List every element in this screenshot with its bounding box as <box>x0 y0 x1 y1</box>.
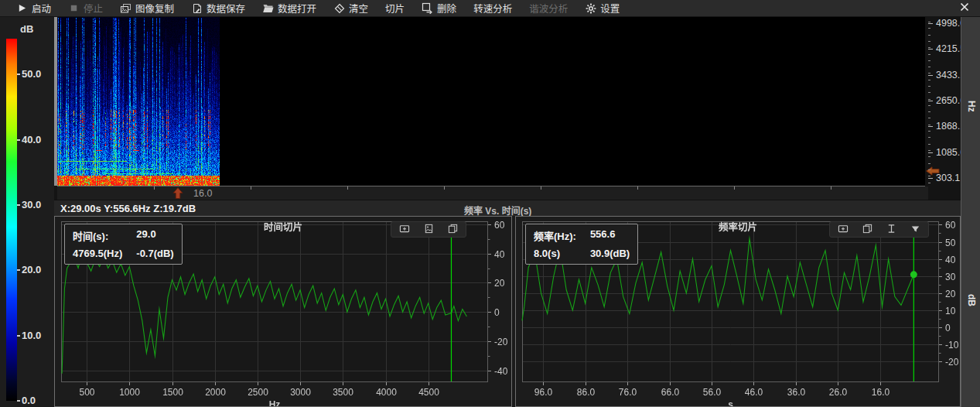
colorbar-title: dB <box>20 23 33 35</box>
spectrogram-major-tick <box>928 75 933 76</box>
spectrogram-minor-tick <box>928 183 930 183</box>
spectrogram-minor-tick <box>928 86 930 87</box>
spectrogram-minor-tick <box>928 67 930 67</box>
colorbar-tick <box>17 204 20 206</box>
spectrogram-plot[interactable] <box>57 17 925 186</box>
time-slice-panel: 时间切片 时间(s): 29.0 4769.5(Hz) -0.7(dB) <box>54 216 512 407</box>
toolbar-button-text-8[interactable]: 转速分析 <box>465 0 521 17</box>
toolbar-button-delete-box[interactable]: 删除 <box>413 0 465 17</box>
copy-page-icon <box>862 223 872 237</box>
spectrogram-major-tick <box>928 101 933 101</box>
spectrogram-x-tick <box>154 186 155 190</box>
spectrogram-minor-tick <box>928 118 930 118</box>
freq-slice-copy-page-button[interactable] <box>861 224 873 235</box>
zoom-box-icon <box>838 223 849 237</box>
spectrogram-y-tick-label: 303.1 <box>936 173 960 183</box>
spectrogram-major-tick <box>928 126 933 127</box>
delete-box-icon <box>422 2 433 14</box>
colorbar-tick <box>17 400 20 402</box>
spectrogram-left-edge <box>54 17 57 186</box>
folder-open-icon <box>262 2 274 14</box>
toolbar-button-stop: 停止 <box>60 0 111 17</box>
toolbar-button-text-9: 谐波分析 <box>521 0 576 17</box>
spectrogram-minor-tick <box>928 35 930 36</box>
toolbar-button-label: 设置 <box>600 1 620 15</box>
toolbar-button-eraser[interactable]: 清空 <box>325 0 377 17</box>
freq-slice-zoom-box-button[interactable] <box>837 224 849 235</box>
tooltip-label: 4769.5(Hz) <box>73 248 122 259</box>
colorbar-tick <box>17 139 20 141</box>
toolbar-button-label: 清空 <box>349 1 368 15</box>
spectrogram-marker-strip: 16.0 <box>57 186 928 200</box>
toolbar-button-label: 切片 <box>385 1 405 15</box>
spectrogram-minor-tick <box>928 80 930 80</box>
spectrogram-minor-tick <box>928 41 930 42</box>
toolbar-button-data-save[interactable]: 数据保存 <box>183 0 254 17</box>
spectrogram-minor-tick <box>928 137 930 138</box>
tooltip-value: 29.0 <box>136 228 173 243</box>
copy-image-icon <box>424 223 434 237</box>
toolbar-button-text-6[interactable]: 切片 <box>377 0 413 17</box>
colorbar-tick-label: 10.0 <box>22 330 41 341</box>
spectrogram-x-tick <box>251 186 251 190</box>
right-rail: Hz dB <box>961 17 980 407</box>
stop-icon <box>68 2 80 14</box>
spectrogram-minor-tick <box>928 111 930 112</box>
tooltip-value: 556.6 <box>590 228 630 243</box>
spectrogram-panel: 16.0 4998.04215.53433.12650.61868.11085.… <box>54 17 961 200</box>
toolbar-button-folder-open[interactable]: 数据打开 <box>254 0 325 17</box>
colorbar-tick <box>17 335 20 337</box>
spectrogram-status-bar: X:29.00s Y:556.6Hz Z:19.7dB 频率 Vs. 时间(s) <box>54 200 961 216</box>
filter-icon <box>910 223 920 237</box>
colorbar-tick-label: 50.0 <box>22 68 41 80</box>
spectrogram-minor-tick <box>928 105 930 106</box>
spectrogram-x-tick <box>444 186 445 190</box>
spectrogram-axis-title: 频率 Vs. 时间(s) <box>464 204 531 217</box>
tooltip-value: 30.9(dB) <box>590 248 630 259</box>
spectrogram-minor-tick <box>928 163 930 164</box>
toolbar-button-label: 数据打开 <box>278 1 316 15</box>
spectrogram-major-tick <box>928 152 933 153</box>
tooltip-label: 频率(Hz): <box>534 228 576 243</box>
colorbar-tick <box>17 74 20 75</box>
toolbar-button-label: 谐波分析 <box>529 1 568 15</box>
spectrogram-minor-tick <box>928 156 930 157</box>
spectrogram-major-tick <box>928 23 933 24</box>
freq-slice-slice-cursor-button[interactable] <box>885 224 897 235</box>
spectrogram-major-tick <box>928 178 933 179</box>
freq-slice-panel: 频率切片 频率(Hz): 556.6 8.0(s) 30.9(dB) <box>515 216 961 407</box>
toolbar-button-gear[interactable]: 设置 <box>576 0 628 17</box>
spectrogram-minor-tick <box>928 131 930 132</box>
toolbar-button-label: 删除 <box>437 1 456 15</box>
spectrogram-minor-tick <box>928 92 930 93</box>
spectrogram-minor-tick <box>928 169 930 170</box>
time-slice-copy-image-button[interactable] <box>422 224 435 235</box>
zoom-box-icon <box>399 223 410 237</box>
toolbar-button-label: 图像复制 <box>135 1 174 15</box>
colorbar-gradient <box>6 39 17 401</box>
time-marker-label: 16.0 <box>193 188 212 199</box>
close-icon <box>959 2 970 15</box>
toolbar-button-label: 数据保存 <box>207 1 245 15</box>
cursor-readout: X:29.00s Y:556.6Hz Z:19.7dB <box>60 203 196 214</box>
image-copy-icon <box>120 2 131 14</box>
colorbar-tick-label: 0.0 <box>22 395 36 406</box>
time-slice-copy-page-button[interactable] <box>446 224 459 235</box>
spectrogram-minor-tick <box>928 73 930 74</box>
freq-slice-filter-button[interactable] <box>909 224 921 235</box>
spectrogram-minor-tick <box>928 28 930 29</box>
tooltip-label: 8.0(s) <box>534 248 576 259</box>
freq-slice-toolbar <box>829 221 929 238</box>
slice-cursor-icon <box>886 223 896 237</box>
eraser-icon <box>333 2 345 14</box>
toolbar-button-image-copy[interactable]: 图像复制 <box>111 0 183 17</box>
spectrogram-minor-tick <box>928 150 930 151</box>
toolbar-button-play[interactable]: 启动 <box>8 0 60 17</box>
spectrogram-x-tick <box>347 186 348 190</box>
spectrogram-x-tick <box>831 186 831 190</box>
spectrogram-x-tick <box>541 186 541 190</box>
close-button[interactable] <box>954 0 975 17</box>
time-slice-zoom-box-button[interactable] <box>398 224 411 235</box>
tooltip-label: 时间(s): <box>73 228 122 243</box>
spectrogram-minor-tick <box>928 125 930 125</box>
